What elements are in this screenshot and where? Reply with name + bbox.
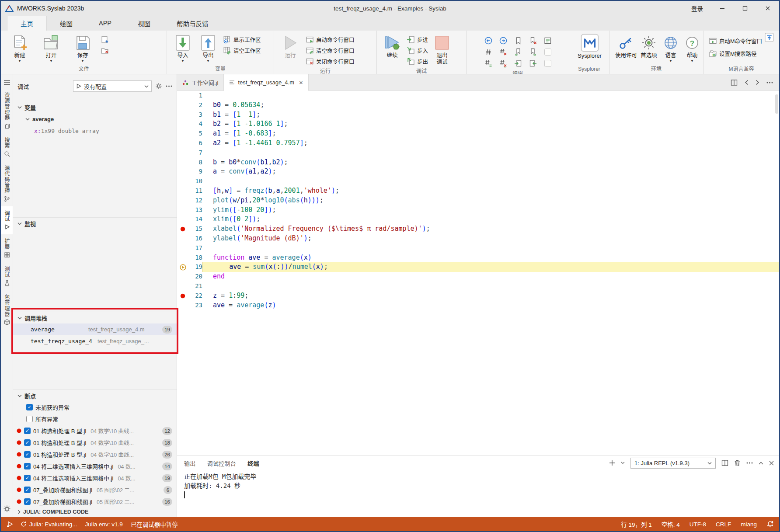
- export-button[interactable]: 导出 ▼: [198, 33, 219, 63]
- gutter[interactable]: [177, 243, 188, 253]
- clear-repl-button[interactable]: 清空命令行窗口: [306, 45, 355, 56]
- code-line-22[interactable]: 22 z = 1:99;: [177, 291, 779, 301]
- ribbon-tab-3[interactable]: 视图: [125, 16, 164, 31]
- code-line-8[interactable]: 8 b = b0*conv(b1,b2);: [177, 158, 779, 167]
- editor-scrollbar[interactable]: [775, 94, 778, 114]
- breakpoint-row[interactable]: ✓ 07_叠加阶梯图和线图.jl 05 图形\02 二... 6: [13, 484, 177, 496]
- gutter[interactable]: [177, 139, 188, 148]
- terminal-instance-select[interactable]: 1: Julia REPL (v1.9.3): [630, 458, 716, 469]
- code-line-15[interactable]: 15 xlabel('Normalized Frequency ($\times…: [177, 224, 779, 234]
- bookmark-next-icon[interactable]: [526, 46, 540, 58]
- status-left-0[interactable]: Julia: Evaluating...: [21, 521, 77, 528]
- status-right-4[interactable]: mlang: [741, 521, 757, 528]
- minimize-button[interactable]: [711, 1, 734, 16]
- new-script-small-button[interactable]: [101, 35, 109, 45]
- activity-item-explorer[interactable]: 资源管理器: [1, 88, 13, 133]
- ribbon-tab-2[interactable]: APP: [86, 16, 125, 31]
- new-terminal-icon[interactable]: [609, 460, 615, 466]
- panel-tab-2[interactable]: 终端: [247, 459, 259, 467]
- code-line-17[interactable]: 17: [177, 243, 779, 253]
- callstack-frame[interactable]: test_freqz_usage_4 test_freqz_usage_...: [13, 335, 177, 347]
- section-watch[interactable]: 监视: [13, 217, 177, 229]
- breakpoint-disable-all-icon[interactable]: [496, 58, 511, 69]
- license-button[interactable]: 使用许可: [615, 33, 637, 59]
- breakpoint-toggle-icon[interactable]: [481, 46, 496, 58]
- show-workspace-button[interactable]: 显示工作区: [223, 35, 261, 45]
- editor-tab-0[interactable]: 工作空间.jl: [177, 74, 224, 90]
- collapse-ribbon-icon[interactable]: [765, 33, 774, 42]
- breakpoint-row[interactable]: ✓ 01 构造和处理 B 型.jl 04 数学\10 曲线... 12: [13, 425, 177, 437]
- section-breakpoints[interactable]: 断点: [13, 389, 177, 401]
- breakpoint-row[interactable]: ✓ 04 将二维选项插入三维网格中.jl 04 数... 14: [13, 460, 177, 472]
- more-actions-icon[interactable]: [166, 85, 172, 87]
- activity-item-source-control[interactable]: 源代码管理: [1, 161, 13, 206]
- save-button[interactable]: 保存 ▼: [69, 33, 96, 63]
- gutter[interactable]: [177, 196, 188, 205]
- ribbon-tab-1[interactable]: 绘图: [47, 16, 86, 31]
- status-right-2[interactable]: UTF-8: [689, 521, 706, 528]
- help-button[interactable]: ? 帮助 ▼: [682, 33, 702, 63]
- terminal-output[interactable]: 正在加载M包 M包加载完毕加载耗时: 4.24 秒: [177, 470, 779, 517]
- manage-gear-icon[interactable]: [3, 505, 11, 513]
- close-panel-icon[interactable]: [769, 461, 774, 466]
- clear-workspace-button[interactable]: 清空工作区: [223, 45, 261, 56]
- debug-settings-gear-icon[interactable]: [155, 83, 162, 90]
- nav-back-icon[interactable]: [481, 35, 496, 46]
- section-variables[interactable]: 变量: [13, 101, 177, 113]
- variable-scope[interactable]: average: [13, 113, 177, 125]
- start-repl-button[interactable]: 启动命令行窗口: [306, 35, 355, 45]
- code-line-10[interactable]: 10: [177, 177, 779, 186]
- doc-export-icon[interactable]: [526, 58, 540, 69]
- code-line-5[interactable]: 5 a1 = [1 -0.683];: [177, 129, 779, 139]
- menu-hamburger-icon[interactable]: [3, 78, 10, 88]
- code-line-2[interactable]: 2 b0 = 0.05634;: [177, 101, 779, 110]
- new-terminal-chevron-icon[interactable]: [621, 462, 625, 464]
- checkbox[interactable]: ✓: [24, 451, 31, 458]
- exception-breakpoint[interactable]: ✓未捕获的异常: [13, 401, 177, 413]
- gutter[interactable]: [177, 272, 188, 282]
- breakpoint-enable-all-icon[interactable]: [481, 58, 496, 69]
- close-tab-icon[interactable]: ×: [297, 79, 303, 86]
- code-line-3[interactable]: 3 b1 = [1 1];: [177, 110, 779, 120]
- navigate-back-icon[interactable]: [745, 80, 749, 85]
- step-out-button[interactable]: 步出: [407, 56, 428, 66]
- checkbox[interactable]: ✓: [24, 428, 31, 434]
- step-into-button[interactable]: 步入: [407, 45, 428, 56]
- code-line-4[interactable]: 4 b2 = [1 -1.0166 1];: [177, 119, 779, 129]
- gutter[interactable]: [177, 148, 188, 158]
- gutter[interactable]: [177, 301, 188, 310]
- sysplorer-button[interactable]: Sysplorer: [573, 33, 606, 59]
- breakpoint-row[interactable]: ✓ 04 将二维选项插入三维网格中.jl 04 数... 19: [13, 472, 177, 484]
- gutter[interactable]: [177, 91, 188, 101]
- gutter[interactable]: [177, 205, 188, 215]
- bookmark-remove-icon[interactable]: [526, 35, 540, 46]
- activity-item-search[interactable]: 搜索: [1, 133, 13, 161]
- checkbox[interactable]: ✓: [24, 439, 31, 446]
- code-line-23[interactable]: 23 ave = average(z): [177, 301, 779, 310]
- maximize-button[interactable]: [734, 1, 756, 16]
- breakpoint-row[interactable]: ✓ 01 构造和处理 B 型.jl 04 数学\10 曲线... 18: [13, 437, 177, 449]
- code-line-13[interactable]: 13 ylim([-100 20]);: [177, 205, 779, 215]
- start-m-repl-button[interactable]: 启动M命令行窗口: [709, 36, 762, 46]
- checkbox[interactable]: ✓: [24, 463, 31, 469]
- more-actions-icon[interactable]: [766, 82, 773, 83]
- panel-tab-1[interactable]: 调试控制台: [207, 459, 237, 467]
- gutter[interactable]: [177, 167, 188, 177]
- code-line-20[interactable]: 20 end: [177, 272, 779, 282]
- ribbon-tab-0[interactable]: 主页: [7, 16, 47, 31]
- debug-session-icon[interactable]: [6, 521, 14, 528]
- debug-config-dropdown[interactable]: 没有配置: [73, 80, 152, 92]
- step-over-button[interactable]: 步进: [407, 35, 428, 45]
- gutter-current-marker[interactable]: [177, 262, 188, 272]
- gutter[interactable]: [177, 119, 188, 129]
- code-line-7[interactable]: 7: [177, 148, 779, 158]
- breakpoint-row[interactable]: ✓ 07_叠加阶梯图和线图.jl 05 图形\02 二... 16: [13, 496, 177, 508]
- language-button[interactable]: 语言 ▼: [660, 33, 681, 63]
- gutter[interactable]: [177, 101, 188, 110]
- gutter-breakpoint-marker[interactable]: [177, 224, 188, 234]
- gutter[interactable]: [177, 234, 188, 243]
- preferences-button[interactable]: 首选项: [638, 33, 659, 59]
- editor-tab-1[interactable]: test_freqz_usage_4.m ×: [224, 74, 308, 91]
- gutter[interactable]: [177, 253, 188, 263]
- checkbox[interactable]: ✓: [26, 404, 33, 410]
